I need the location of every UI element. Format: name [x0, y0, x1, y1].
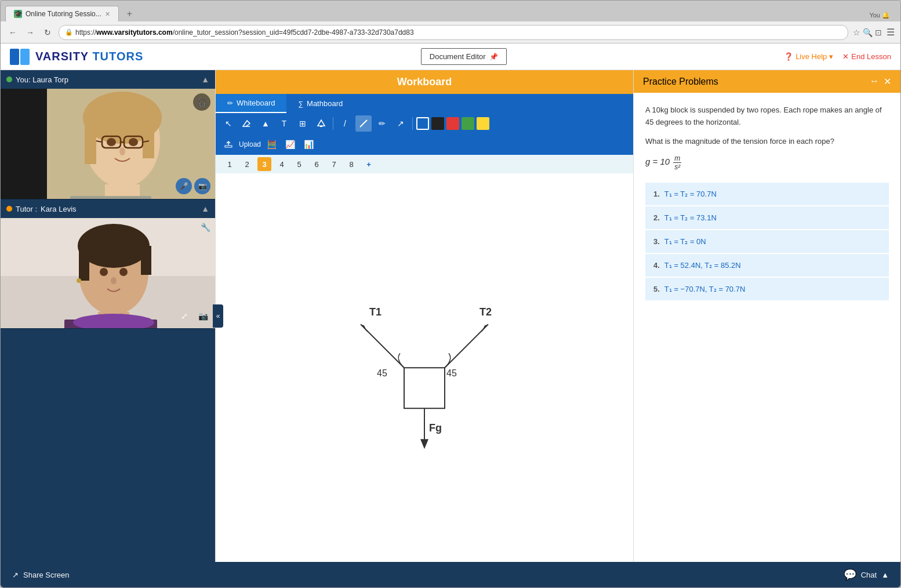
whiteboard-tab-label: Whiteboard [237, 99, 275, 107]
page-7[interactable]: 7 [327, 157, 341, 171]
forward-button[interactable]: → [24, 26, 37, 39]
problem-statement: A 10kg block is suspended by two ropes. … [645, 104, 889, 129]
url-bar[interactable]: 🔒 https://www.varsitytutors.com/online_t… [59, 25, 848, 40]
document-editor-button[interactable]: Document Editor 📌 [421, 48, 507, 65]
logo-book1 [10, 49, 19, 65]
tab-bar: 🎓 Online Tutoring Sessio... ✕ + You 🔔 [1, 1, 900, 21]
paint-tool[interactable] [313, 115, 329, 132]
answer-option-5[interactable]: 5. T₁ = −70.7N, T₂ = 70.7N [645, 278, 889, 300]
mic-button[interactable]: 🎤 [176, 178, 192, 194]
menu-button[interactable]: ☰ [887, 27, 895, 38]
toolbar: ↖ ▲ T ⊞ / ✏ ↗ [216, 113, 633, 134]
bar-chart-tool[interactable]: 📊 [300, 136, 317, 153]
answer-option-2[interactable]: 2. T₁ = T₂ = 73.1N [645, 206, 889, 229]
app-header: VARSITY TUTORS Document Editor 📌 ❓ Live … [1, 43, 900, 70]
answer-option-4[interactable]: 4. T₁ = 52.4N, T₂ = 85.2N [645, 254, 889, 277]
svg-text:Fg: Fg [429, 422, 442, 434]
color-yellow[interactable] [477, 117, 489, 130]
tab-whiteboard[interactable]: ✏ Whiteboard [216, 94, 286, 113]
svg-line-36 [361, 324, 404, 368]
chat-icon: 💬 [844, 568, 856, 581]
camera-button[interactable]: 📷 [194, 178, 210, 194]
workboard-header: Workboard [216, 70, 633, 94]
color-blue[interactable] [416, 117, 429, 130]
color-red[interactable] [446, 117, 459, 130]
page-6[interactable]: 6 [310, 157, 324, 171]
page-3[interactable]: 3 [257, 157, 271, 171]
toolbar-separator-2 [412, 117, 413, 130]
diagonal-line-tool[interactable] [355, 115, 372, 132]
settings-icon[interactable]: 🔧 [201, 223, 210, 232]
new-tab-button[interactable]: + [121, 6, 138, 21]
address-bar: ← → ↻ 🔒 https://www.varsitytutors.com/on… [1, 21, 900, 43]
share-screen-label: Share Screen [23, 571, 70, 579]
eraser-tool[interactable] [239, 115, 255, 132]
bookmark-icon[interactable]: ☆ [853, 28, 860, 37]
answer-number-1: 1. [653, 190, 660, 198]
svg-text:45: 45 [377, 368, 387, 378]
sidebar-collapse-button[interactable]: « [213, 304, 223, 328]
student-panel-controls: ▲ [201, 75, 209, 84]
table-tool[interactable]: ⊞ [295, 115, 311, 132]
upload-button[interactable] [220, 136, 237, 153]
page-1[interactable]: 1 [223, 157, 237, 171]
answer-option-1[interactable]: 1. T₁ = T₂ = 70.7N [645, 183, 889, 205]
formula-denominator: s² [673, 163, 681, 171]
page-4[interactable]: 4 [275, 157, 289, 171]
live-help-button[interactable]: ❓ Live Help ▾ [784, 52, 833, 61]
back-button[interactable]: ← [6, 26, 19, 39]
sidebar: You: Laura Torp ▲ [1, 70, 215, 562]
page-numbers: 1 2 3 4 5 6 7 8 + [216, 155, 633, 173]
svg-point-13 [119, 147, 125, 155]
shape-tool[interactable]: ▲ [257, 115, 274, 132]
active-tab[interactable]: 🎓 Online Tutoring Sessio... ✕ [5, 6, 119, 21]
svg-point-22 [100, 268, 108, 276]
camera-snap-icon[interactable]: 📷 [195, 308, 210, 324]
line-tool[interactable]: / [337, 115, 353, 132]
student-panel-collapse[interactable]: ▲ [201, 75, 209, 84]
tutor-panel-header: Tutor : Kara Levis ▲ [1, 199, 215, 218]
svg-rect-21 [141, 246, 151, 275]
expand-icon[interactable]: ⤢ [177, 308, 192, 324]
tab-close-icon[interactable]: ✕ [105, 10, 110, 18]
pencil-tool[interactable]: ✏ [374, 115, 390, 132]
header-right: ❓ Live Help ▾ ✕ End Lesson [784, 52, 891, 61]
page-8[interactable]: 8 [344, 157, 358, 171]
svg-text:45: 45 [446, 368, 457, 378]
svg-point-12 [129, 138, 138, 146]
workboard-tabs: ✏ Whiteboard ∑ Mathboard [216, 94, 633, 113]
zoom-icon[interactable]: 🔍 [863, 28, 873, 37]
graph-tool[interactable]: 📈 [282, 136, 298, 153]
color-green[interactable] [462, 117, 474, 130]
chat-expand-icon: ▲ [881, 571, 889, 579]
formula-fraction: m s² [673, 154, 681, 171]
color-black[interactable] [431, 117, 444, 130]
chat-button[interactable]: 💬 Chat ▲ [844, 568, 889, 581]
tutor-video-feed: 🔧 ⤢ 📷 [1, 218, 215, 328]
add-page-button[interactable]: + [362, 157, 376, 171]
tab-mathboard[interactable]: ∑ Mathboard [286, 94, 354, 113]
end-lesson-button[interactable]: ✕ End Lesson [842, 52, 891, 61]
share-screen-button[interactable]: ↗ Share Screen [12, 571, 70, 579]
student-name: You: Laura Torp [16, 75, 68, 84]
page-5[interactable]: 5 [292, 157, 306, 171]
live-help-label: Live Help [795, 52, 827, 61]
svg-point-23 [119, 268, 128, 276]
text-tool[interactable]: T [276, 115, 292, 132]
tutor-panel-collapse[interactable]: ▲ [201, 204, 209, 213]
whiteboard-canvas[interactable]: T1 T2 45 [216, 173, 633, 562]
close-panel-icon[interactable]: ✕ [884, 76, 891, 87]
svg-point-11 [107, 138, 116, 146]
app-container: VARSITY TUTORS Document Editor 📌 ❓ Live … [1, 43, 900, 587]
calculator-tool[interactable]: 🧮 [263, 136, 279, 153]
select-tool[interactable]: ↖ [220, 115, 237, 132]
tutor-label: Tutor : [16, 205, 37, 213]
reload-button[interactable]: ↻ [41, 26, 54, 39]
doc-editor-label: Document Editor [430, 52, 486, 61]
expand-panel-icon[interactable]: ↔ [870, 76, 879, 87]
answer-option-3[interactable]: 3. T₁ = T₂ = 0N [645, 230, 889, 253]
pointer-tool[interactable]: ↗ [393, 115, 409, 132]
page-2[interactable]: 2 [240, 157, 254, 171]
answer-text-1: T₁ = T₂ = 70.7N [664, 190, 717, 198]
screenshot-icon[interactable]: ⊡ [875, 28, 882, 37]
